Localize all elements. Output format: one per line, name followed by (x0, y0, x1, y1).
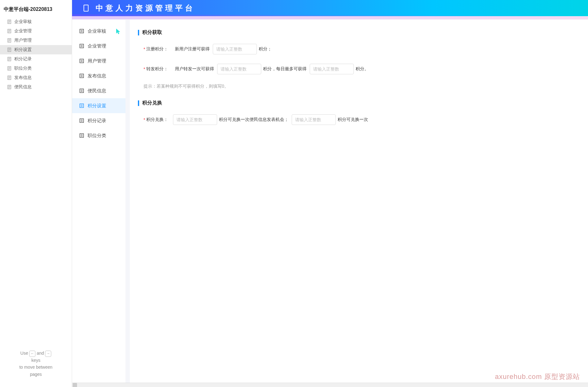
outline-keyboard-hint: Use ← and → keys to move between pages (0, 350, 72, 387)
cursor-icon (116, 28, 121, 35)
horizontal-scrollbar[interactable] (72, 383, 588, 387)
content-panel: 积分获取 * 注册积分： 新用户注册可获得 积分； * 转发积分： 用户转发一次… (130, 20, 588, 383)
outline-panel: 中意平台端-20220813 企业审核企业管理用户管理积分设置积分记录职位分类发… (0, 0, 72, 387)
hint-text: 提示：若某种规则不可获得积分，则填写0。 (138, 84, 580, 89)
nav-item-label: 便民信息 (88, 88, 106, 94)
exchange-points-input-2[interactable] (292, 114, 336, 125)
banner-title: 中意人力资源管理平台 (96, 3, 195, 13)
svg-rect-45 (80, 89, 84, 93)
svg-rect-39 (80, 59, 84, 63)
outline-item-label: 职位分类 (14, 66, 32, 71)
nav-item-label: 企业审核 (88, 28, 106, 34)
outline-item-5[interactable]: 职位分类 (0, 64, 72, 73)
heading-bar-icon (138, 100, 139, 106)
row-forward-points: * 转发积分： 用户转发一次可获得 积分，每日最多可获得 积分。 (138, 64, 580, 74)
outline-item-label: 便民信息 (14, 84, 32, 90)
required-star-icon: * (144, 67, 145, 71)
nav-item-5[interactable]: 积分设置 (72, 98, 125, 113)
svg-rect-48 (80, 104, 84, 108)
document-icon (7, 38, 11, 43)
outline-item-4[interactable]: 积分记录 (0, 54, 72, 64)
nav-item-1[interactable]: 企业管理 (72, 39, 125, 53)
outline-item-3[interactable]: 积分设置 (0, 45, 72, 54)
outline-title: 中意平台端-20220813 (0, 0, 72, 17)
nav-item-label: 发布信息 (88, 73, 106, 79)
nav-page-icon (80, 74, 84, 78)
nav-item-label: 用户管理 (88, 58, 106, 64)
row-exchange-points: * 积分兑换： 积分可兑换一次便民信息发表机会； 积分可兑换一次 (138, 114, 580, 125)
outline-item-label: 积分记录 (14, 56, 32, 62)
document-icon (7, 20, 11, 24)
svg-rect-54 (80, 134, 84, 137)
outline-item-7[interactable]: 便民信息 (0, 82, 72, 92)
document-icon (7, 85, 11, 89)
outline-item-1[interactable]: 企业管理 (0, 26, 72, 36)
document-icon (7, 48, 11, 52)
outline-item-6[interactable]: 发布信息 (0, 73, 72, 82)
document-icon (7, 57, 11, 61)
svg-rect-42 (80, 74, 84, 78)
register-points-input[interactable] (213, 44, 257, 54)
outline-item-label: 积分设置 (14, 47, 32, 53)
nav-item-7[interactable]: 职位分类 (72, 128, 125, 143)
nav-item-0[interactable]: 企业审核 (72, 24, 125, 39)
app-logo-icon (83, 4, 90, 12)
outline-item-label: 发布信息 (14, 75, 32, 81)
outline-list: 企业审核企业管理用户管理积分设置积分记录职位分类发布信息便民信息 (0, 17, 72, 350)
forward-points-input[interactable] (217, 64, 261, 74)
forward-daily-max-input[interactable] (310, 64, 354, 74)
outline-item-label: 用户管理 (14, 38, 32, 43)
outline-item-label: 企业审核 (14, 19, 32, 25)
side-nav: 企业审核企业管理用户管理发布信息便民信息积分设置积分记录职位分类 (72, 20, 125, 383)
document-icon (7, 29, 11, 33)
document-icon (7, 76, 11, 80)
nav-item-label: 积分设置 (88, 103, 106, 109)
nav-item-3[interactable]: 发布信息 (72, 68, 125, 83)
svg-rect-51 (80, 119, 84, 122)
nav-item-2[interactable]: 用户管理 (72, 53, 125, 68)
outline-item-label: 企业管理 (14, 28, 32, 34)
nav-page-icon (80, 133, 84, 138)
svg-rect-36 (80, 44, 84, 48)
nav-page-icon (80, 29, 84, 33)
nav-page-icon (80, 104, 84, 108)
outline-item-2[interactable]: 用户管理 (0, 36, 72, 45)
heading-bar-icon (138, 30, 139, 35)
nav-item-label: 积分记录 (88, 118, 106, 124)
section-heading-points-exchange: 积分兑换 (138, 100, 580, 106)
arrow-right-key: → (45, 351, 51, 357)
nav-item-label: 企业管理 (88, 43, 106, 49)
svg-rect-33 (80, 29, 84, 33)
arrow-left-key: ← (29, 351, 35, 357)
nav-item-6[interactable]: 积分记录 (72, 113, 125, 128)
exchange-points-input-1[interactable] (173, 114, 217, 125)
outline-item-0[interactable]: 企业审核 (0, 17, 72, 26)
top-banner: 中意人力资源管理平台 (72, 0, 588, 16)
section-heading-points-earn: 积分获取 (138, 29, 580, 36)
nav-page-icon (80, 118, 84, 123)
nav-page-icon (80, 59, 84, 63)
required-star-icon: * (144, 117, 145, 122)
main-area: 中意人力资源管理平台 企业审核企业管理用户管理发布信息便民信息积分设置积分记录职… (72, 0, 588, 387)
nav-item-label: 职位分类 (88, 133, 106, 139)
document-icon (7, 66, 11, 71)
svg-rect-32 (84, 5, 88, 11)
nav-page-icon (80, 89, 84, 93)
nav-item-4[interactable]: 便民信息 (72, 83, 125, 98)
required-star-icon: * (144, 47, 145, 52)
row-register-points: * 注册积分： 新用户注册可获得 积分； (138, 44, 580, 54)
nav-page-icon (80, 44, 84, 48)
